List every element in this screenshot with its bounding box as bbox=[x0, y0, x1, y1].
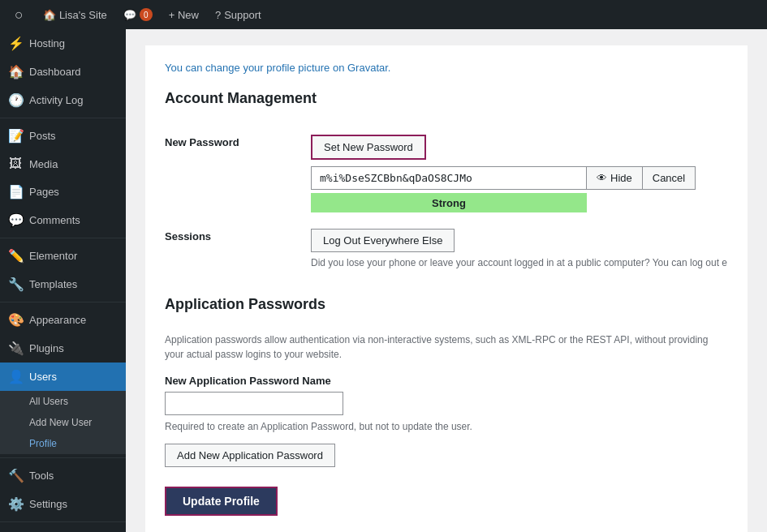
sidebar-item-plugins[interactable]: 🔌 Plugins bbox=[0, 334, 126, 363]
sessions-label: Sessions bbox=[165, 230, 211, 242]
sidebar-item-templates[interactable]: 🔧 Templates bbox=[0, 270, 126, 298]
sidebar-item-appearance[interactable]: 🎨 Appearance bbox=[0, 306, 126, 334]
main-content: You can change your profile picture on G… bbox=[126, 29, 767, 532]
sidebar-item-all-users[interactable]: All Users bbox=[0, 391, 126, 412]
comments-item[interactable]: 💬 0 bbox=[117, 0, 159, 29]
sidebar-item-elementor[interactable]: ✏️ Elementor bbox=[0, 242, 126, 270]
sidebar-item-media[interactable]: 🖼 Media bbox=[0, 150, 126, 178]
hide-password-button[interactable]: 👁 Hide bbox=[587, 166, 643, 190]
comment-icon: 💬 bbox=[123, 9, 136, 21]
layout: ⚡ Hosting 🏠 Dashboard 🕐 Activity Log 📝 P… bbox=[0, 29, 767, 532]
hosting-icon: ⚡ bbox=[8, 36, 23, 51]
sidebar-item-label: Comments bbox=[29, 214, 80, 226]
account-form-table: New Password Set New Password 👁 Hide Can… bbox=[165, 127, 728, 277]
divider-5 bbox=[0, 521, 126, 522]
dashboard-icon: 🏠 bbox=[8, 64, 23, 79]
divider-2 bbox=[0, 238, 126, 238]
sidebar: ⚡ Hosting 🏠 Dashboard 🕐 Activity Log 📝 P… bbox=[0, 29, 126, 532]
activity-log-icon: 🕐 bbox=[8, 92, 23, 108]
site-name-item[interactable]: 🏠 Lisa's Site bbox=[37, 0, 114, 29]
sidebar-item-pages[interactable]: 📄 Pages bbox=[0, 178, 126, 206]
new-item[interactable]: + New bbox=[162, 0, 205, 29]
sidebar-item-activity-log[interactable]: 🕐 Activity Log bbox=[0, 86, 126, 114]
sidebar-item-posts[interactable]: 📝 Posts bbox=[0, 122, 126, 150]
app-password-field-hint: Required to create an Application Passwo… bbox=[165, 420, 728, 434]
sidebar-item-label: Posts bbox=[29, 130, 56, 142]
divider-1 bbox=[0, 118, 126, 118]
question-icon: ? bbox=[215, 9, 221, 21]
add-new-user-label: Add New User bbox=[29, 417, 92, 428]
sidebar-item-settings[interactable]: ⚙️ Settings bbox=[0, 490, 126, 518]
sidebar-item-users[interactable]: 👤 Users bbox=[0, 363, 126, 391]
profile-label: Profile bbox=[29, 438, 57, 449]
logout-everywhere-button[interactable]: Log Out Everywhere Else bbox=[311, 229, 455, 252]
comment-count: 0 bbox=[140, 8, 153, 21]
update-profile-button[interactable]: Update Profile bbox=[165, 487, 278, 516]
update-profile-section: Update Profile bbox=[165, 487, 728, 516]
account-management-title: Account Management bbox=[165, 90, 728, 114]
strength-label: Strong bbox=[432, 197, 466, 209]
plugins-icon: 🔌 bbox=[8, 341, 23, 356]
sidebar-item-label: Activity Log bbox=[29, 94, 83, 106]
posts-icon: 📝 bbox=[8, 128, 23, 144]
new-password-label: New Password bbox=[165, 136, 239, 148]
sidebar-item-profile[interactable]: Profile bbox=[0, 433, 126, 454]
sessions-description: Did you lose your phone or leave your ac… bbox=[311, 257, 728, 268]
hide-label: Hide bbox=[610, 172, 632, 184]
site-name: Lisa's Site bbox=[59, 9, 107, 21]
application-passwords-title: Application Passwords bbox=[165, 296, 728, 320]
elementor-icon: ✏️ bbox=[8, 248, 23, 264]
password-input-row: 👁 Hide Cancel bbox=[311, 166, 728, 190]
tools-icon: 🔨 bbox=[8, 468, 23, 483]
appearance-icon: 🎨 bbox=[8, 312, 23, 328]
sidebar-item-label: Tools bbox=[29, 470, 54, 482]
sidebar-item-label: Pages bbox=[29, 186, 59, 198]
application-passwords-description: Application passwords allow authenticati… bbox=[165, 332, 728, 362]
sidebar-item-tools[interactable]: 🔨 Tools bbox=[0, 461, 126, 490]
sidebar-item-label: Users bbox=[29, 371, 57, 383]
sessions-row: Sessions Log Out Everywhere Else Did you… bbox=[165, 221, 728, 277]
set-new-password-button[interactable]: Set New Password bbox=[311, 135, 426, 160]
application-passwords-section: Application Passwords Application passwo… bbox=[165, 296, 728, 467]
media-icon: 🖼 bbox=[8, 157, 23, 171]
comments-icon: 💬 bbox=[8, 212, 23, 228]
sidebar-item-label: Hosting bbox=[29, 37, 65, 49]
divider-3 bbox=[0, 302, 126, 302]
settings-icon: ⚙️ bbox=[8, 496, 23, 512]
sidebar-item-collapse[interactable]: ◀ Collapse menu bbox=[0, 526, 126, 532]
gravatar-link[interactable]: You can change your profile picture on G… bbox=[165, 62, 728, 74]
support-label: Support bbox=[224, 9, 261, 21]
sidebar-item-label: Plugins bbox=[29, 342, 64, 354]
password-input[interactable] bbox=[311, 166, 587, 190]
sidebar-item-label: Media bbox=[29, 158, 58, 170]
wp-logo[interactable]: ○ bbox=[8, 0, 30, 29]
sidebar-item-label: Settings bbox=[29, 498, 67, 510]
eye-icon: 👁 bbox=[597, 172, 607, 184]
sidebar-item-dashboard[interactable]: 🏠 Dashboard bbox=[0, 58, 126, 86]
divider-4 bbox=[0, 457, 126, 458]
add-new-application-password-button[interactable]: Add New Application Password bbox=[165, 444, 335, 467]
users-submenu: All Users Add New User Profile bbox=[0, 391, 126, 454]
content-card: You can change your profile picture on G… bbox=[145, 45, 748, 532]
pages-icon: 📄 bbox=[8, 184, 23, 200]
sidebar-item-comments[interactable]: 💬 Comments bbox=[0, 206, 126, 234]
sidebar-item-label: Templates bbox=[29, 278, 77, 290]
all-users-label: All Users bbox=[29, 396, 68, 407]
admin-bar: ○ 🏠 Lisa's Site 💬 0 + New ? Support bbox=[0, 0, 767, 29]
app-password-name-input[interactable] bbox=[165, 392, 343, 415]
sidebar-item-hosting[interactable]: ⚡ Hosting bbox=[0, 29, 126, 58]
home-icon: 🏠 bbox=[43, 9, 56, 21]
sidebar-item-add-new-user[interactable]: Add New User bbox=[0, 412, 126, 433]
new-app-password-label: New Application Password Name bbox=[165, 375, 728, 387]
support-item[interactable]: ? Support bbox=[209, 0, 268, 29]
account-management-section: Account Management New Password Set New … bbox=[165, 90, 728, 277]
new-label: + New bbox=[169, 9, 199, 21]
password-strength-bar: Strong bbox=[311, 193, 587, 212]
sidebar-item-label: Elementor bbox=[29, 250, 77, 262]
sidebar-item-label: Dashboard bbox=[29, 66, 81, 78]
templates-icon: 🔧 bbox=[8, 277, 23, 292]
cancel-password-button[interactable]: Cancel bbox=[643, 166, 696, 190]
users-icon: 👤 bbox=[8, 369, 23, 384]
sidebar-item-label: Appearance bbox=[29, 314, 86, 326]
new-password-row: New Password Set New Password 👁 Hide Can… bbox=[165, 127, 728, 221]
